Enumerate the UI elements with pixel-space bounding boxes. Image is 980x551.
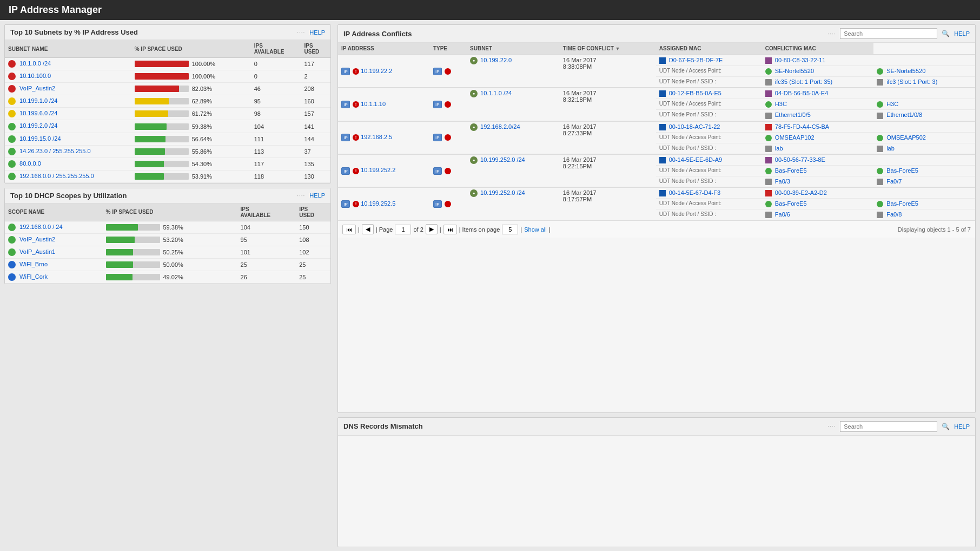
conflicting-mac-link[interactable]: 00-00-39-E2-A2-D2 [775,189,827,196]
table-row[interactable]: VoIP_Austin2 82.03% 46 208 [5,83,330,95]
table-row[interactable]: 14.26.23.0 / 255.255.255.0 55.86% 113 37 [5,145,330,158]
row-name: 10.199.6.0 /24 [5,108,131,120]
table-row[interactable]: 192.168.0.0 / 255.255.255.0 53.91% 118 1… [5,170,330,182]
assigned-port-link[interactable]: ifc35 (Slot: 1 Port: 35) [775,78,832,85]
conflict-conflicting-node1: Bas-ForeE5 [873,199,975,209]
conflict-ip-link[interactable]: 10.1.1.10 [361,101,386,107]
conflict-subnet-link[interactable]: 192.168.2.0/24 [480,123,520,130]
subnet-link[interactable]: WiFI_Cork [19,273,48,280]
conflicting-node1-link[interactable]: OMSEAAP502 [886,134,926,141]
assigned-node1-link[interactable]: H3C [775,101,787,107]
conflicts-help-link[interactable]: HELP [954,30,970,37]
pagination-showall-link[interactable]: Show all [524,226,547,233]
conflict-subnet-link[interactable]: 10.199.252.0 /24 [480,189,525,196]
subnet-link[interactable]: 14.26.23.0 / 255.255.255.0 [19,148,91,154]
subnet-link[interactable]: VoIP_Austin2 [19,85,55,91]
pagination-page-input[interactable] [395,225,411,234]
pagination-last-btn[interactable]: ⏭ [443,225,457,234]
conflicting-mac-link[interactable]: 04-DB-56-B5-0A-E4 [775,90,828,96]
conflict-assigned-port: Fa0/6 [762,209,873,220]
table-row[interactable]: 192.168.0.0 / 24 59.38% 104 150 [5,221,330,233]
conflict-ip-link[interactable]: 192.168.2.5 [361,134,392,140]
conflicting-mac-link[interactable]: 00-50-56-77-33-8E [775,156,825,163]
dns-search-input[interactable] [840,421,937,432]
conflicting-node1-link[interactable]: H3C [886,101,898,107]
conflicting-node1-link[interactable]: Bas-ForeE5 [886,200,918,207]
table-row[interactable]: WiFI_Brno 50.00% 25 25 [5,259,330,271]
conflict-main-row[interactable]: IP ! 10.199.252.2 IP ● 10.199.252.0 /24 … [338,154,975,166]
assigned-mac-link[interactable]: D0-67-E5-2B-DF-7E [669,57,723,63]
pagination-next-btn[interactable]: ▶ [426,224,438,234]
conflicts-table: IP ADDRESS TYPE SUBNET TIME OF CONFLICT … [338,43,975,220]
subnets-help-link[interactable]: HELP [309,29,325,36]
subnet-link[interactable]: VoIP_Austin1 [19,248,55,255]
conflict-ip-link[interactable]: 10.199.22.2 [361,68,392,74]
table-row[interactable]: 10.199.6.0 /24 61.72% 98 157 [5,108,330,120]
conflict-subnet-link[interactable]: 10.199.22.0 [480,57,512,63]
assigned-mac-link[interactable]: 00-10-18-AC-71-22 [669,123,720,130]
subnet-link[interactable]: 10.10.100.0 [19,73,51,79]
conflicting-port-link[interactable]: ifc3 (Slot: 1 Port: 3) [886,78,937,85]
conflict-assigned-node1: OMSEAAP102 [762,132,873,143]
row-pct: 49.02% [103,271,237,284]
assigned-port-link[interactable]: Fa0/6 [775,211,790,218]
conflict-main-row[interactable]: IP ! 10.199.252.5 IP ● 10.199.252.0 /24 … [338,187,975,199]
assigned-node1-link[interactable]: Bas-ForeE5 [775,200,807,207]
conflict-main-row[interactable]: IP ! 10.1.1.10 IP ● 10.1.1.0 /24 16 Mar … [338,88,975,99]
assigned-node1-link[interactable]: SE-Nortel5520 [775,68,814,74]
conflict-conflicting-port: ifc3 (Slot: 1 Port: 3) [873,77,975,88]
subnet-link[interactable]: VoIP_Austin2 [19,236,55,242]
assigned-node1-link[interactable]: OMSEAAP102 [775,134,815,141]
dhcp-help-link[interactable]: HELP [309,192,325,199]
conflict-subnet-link[interactable]: 10.199.252.0 /24 [480,156,525,163]
table-row[interactable]: 80.0.0.0 54.30% 117 135 [5,158,330,170]
assigned-port-link[interactable]: lab [775,145,783,152]
conflict-ip-link[interactable]: 10.199.252.5 [361,200,395,207]
table-row[interactable]: VoIP_Austin2 53.20% 95 108 [5,234,330,246]
conflicting-mac-link[interactable]: 00-80-C8-33-22-11 [775,57,826,63]
subnet-link[interactable]: 10.199.15.0 /24 [19,135,61,142]
dns-search-icon[interactable]: 🔍 [942,423,950,430]
dns-help-link[interactable]: HELP [954,423,970,430]
subnet-link[interactable]: 10.199.1.0 /24 [19,97,57,104]
conflict-ip-link[interactable]: 10.199.252.2 [361,167,395,173]
conflicting-port-link[interactable]: lab [886,145,895,152]
pagination-first-btn[interactable]: ⏮ [342,225,356,234]
conflicting-port-link[interactable]: Ethernet1/0/8 [886,111,922,118]
pagination-prev-btn[interactable]: ◀ [362,224,374,234]
subnet-link[interactable]: 10.199.6.0 /24 [19,110,57,116]
subnet-link[interactable]: 192.168.0.0 / 255.255.255.0 [19,173,94,179]
assigned-mac-link[interactable]: 00-14-5E-67-D4-F3 [669,189,720,196]
pagination-items-input[interactable] [502,225,518,234]
assigned-mac-link[interactable]: 00-14-5E-EE-6D-A9 [669,156,722,163]
table-row[interactable]: VoIP_Austin1 50.25% 101 102 [5,246,330,259]
subnet-link[interactable]: 192.168.0.0 / 24 [19,224,63,230]
conflicting-mac-link[interactable]: 78-F5-FD-A4-C5-BA [775,123,829,130]
conflicts-search-input[interactable] [840,28,937,39]
conflict-assigned-port-label: UDT Node Port / SSID : [656,176,762,188]
assigned-mac-link[interactable]: 00-12-FB-B5-0A-E5 [669,90,721,96]
table-row[interactable]: WiFI_Cork 49.02% 26 25 [5,271,330,284]
conflicting-node1-link[interactable]: SE-Nortel5520 [886,68,925,74]
table-row[interactable]: 10.199.2.0 /24 59.38% 104 141 [5,120,330,133]
assigned-port-link[interactable]: Ethernet1/0/5 [775,111,811,118]
subnet-link[interactable]: 10.199.2.0 /24 [19,122,57,129]
conflicting-port-link[interactable]: Fa0/7 [886,178,902,185]
subnet-link[interactable]: 80.0.0.0 [19,160,41,167]
table-row[interactable]: 10.199.15.0 /24 56.64% 111 144 [5,133,330,145]
table-row[interactable]: 10.199.1.0 /24 62.89% 95 160 [5,95,330,108]
assigned-port-link[interactable]: Fa0/3 [775,178,790,185]
table-row[interactable]: 10.10.100.0 100.00% 0 2 [5,70,330,83]
subnet-link[interactable]: 10.1.0.0 /24 [19,60,51,67]
conflict-subnet-link[interactable]: 10.1.1.0 /24 [480,90,512,96]
subnet-link[interactable]: WiFI_Brno [19,261,48,267]
assigned-node1-link[interactable]: Bas-ForeE5 [775,167,807,174]
conflict-main-row[interactable]: IP ! 192.168.2.5 IP ● 192.168.2.0/24 16 … [338,121,975,133]
conflict-main-row[interactable]: IP ! 10.199.22.2 IP ● 10.199.22.0 16 Mar… [338,55,975,66]
conflicting-port-link[interactable]: Fa0/8 [886,211,902,218]
table-row[interactable]: 10.1.0.0 /24 100.00% 0 117 [5,58,330,70]
conflicting-node1-link[interactable]: Bas-ForeE5 [886,167,918,174]
row-pct: 54.30% [131,158,251,170]
conflicts-search-icon[interactable]: 🔍 [942,30,950,37]
conflict-assigned-mac: D0-67-E5-2B-DF-7E [656,55,762,66]
